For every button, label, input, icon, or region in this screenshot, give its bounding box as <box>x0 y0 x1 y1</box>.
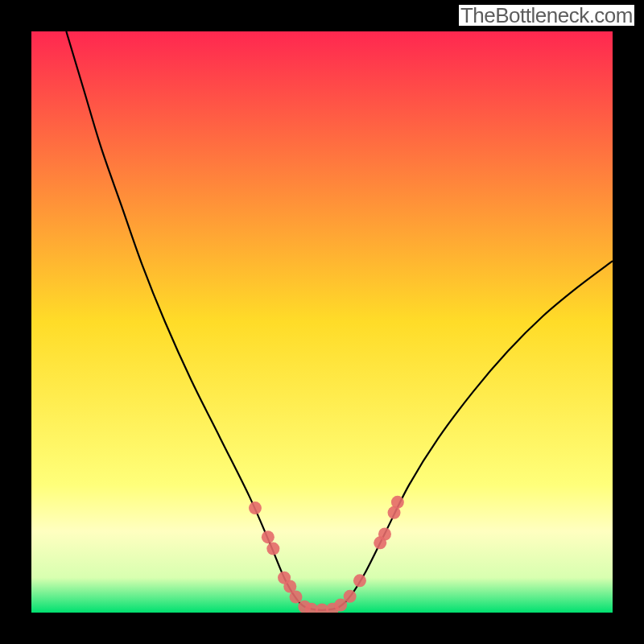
threshold-dot <box>266 543 279 555</box>
threshold-dot <box>353 574 366 587</box>
chart-svg <box>31 31 613 613</box>
gradient-bg <box>31 31 613 613</box>
threshold-dot <box>262 530 275 543</box>
threshold-dot <box>290 591 303 604</box>
watermark-label: TheBottleneck.com <box>459 5 634 26</box>
threshold-dot <box>378 528 391 541</box>
threshold-dot <box>391 496 404 509</box>
threshold-dot <box>344 590 357 603</box>
chart-root: TheBottleneck.com <box>0 0 644 644</box>
plot-area <box>31 31 613 613</box>
threshold-dot <box>249 502 262 514</box>
